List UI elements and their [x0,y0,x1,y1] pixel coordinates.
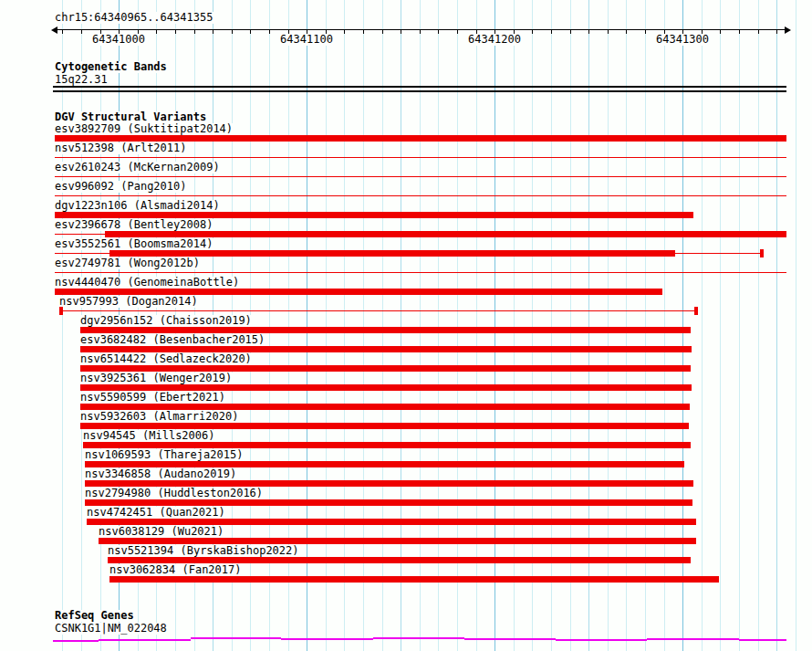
dgv-variant-label[interactable]: nsv957993 (Dogan2014) [58,296,199,308]
dgv-variant-bar[interactable] [55,289,662,295]
gridline [551,0,552,651]
dgv-variant-label[interactable]: esv996092 (Pang2010) [54,181,188,193]
gridline [664,0,665,651]
ruler-line [55,29,786,30]
dgv-variant-endpoint[interactable] [694,307,698,315]
dgv-variant-bar[interactable] [80,404,690,410]
gridline [382,0,383,651]
dgv-variant-label[interactable]: esv3892709 (Suktitipat2014) [54,123,234,135]
dgv-variant-label[interactable]: nsv94545 (Mills2006) [82,430,216,442]
dgv-variant-bar[interactable] [59,310,697,311]
gridline [514,0,515,651]
gridline [401,0,401,651]
dgv-variant-label[interactable]: nsv3346858 (Audano2019) [84,468,237,480]
dgv-variant-bar[interactable] [55,272,786,273]
refseq-gene-line-segment[interactable] [739,639,786,641]
refseq-gene-line-segment[interactable] [191,637,281,639]
dgv-variant-label[interactable]: esv2396678 (Bentley2008) [54,219,213,231]
dgv-variant-label[interactable]: nsv512398 (Arlt2011) [54,142,188,154]
ruler-tick [81,30,82,34]
gridline [796,0,796,651]
ruler-tick [401,30,401,34]
gridline [363,0,364,651]
gridline [758,0,759,651]
refseq-gene-line-segment[interactable] [373,637,464,639]
dgv-variant-bar[interactable] [80,384,692,391]
dgv-variant-bar[interactable] [83,442,691,448]
gridline [307,0,307,651]
dgv-variant-label[interactable]: nsv5590599 (Ebert2021) [79,392,226,404]
ruler-tick [232,30,233,34]
dgv-variant-bar[interactable] [80,365,691,372]
dgv-variant-label[interactable]: nsv6038129 (Wu2021) [98,526,224,538]
dgv-variant-bar[interactable] [55,176,786,177]
dgv-variant-label[interactable]: nsv5932603 (Almarri2020) [79,411,239,423]
dgv-variant-label[interactable]: nsv3925361 (Wenger2019) [79,373,233,384]
dgv-variant-bar[interactable] [87,519,696,525]
dgv-variant-label[interactable]: esv2610243 (McKernan2009) [54,162,221,173]
refseq-gene-line-segment[interactable] [99,639,191,641]
dgv-variant-label[interactable]: dgv2956n152 (Chaisson2019) [79,315,253,327]
dgv-variant-label[interactable]: nsv5521394 (ByrskaBishop2022) [107,545,300,557]
dgv-variant-label[interactable]: nsv6514422 (Sedlazeck2020) [79,353,253,365]
cytoband-box[interactable] [53,86,786,92]
dgv-variant-label[interactable]: esv2749781 (Wong2012b) [54,257,201,269]
gridline [326,0,327,651]
dgv-variant-bar[interactable] [55,195,786,196]
refseq-gene-label[interactable]: CSNK1G1|NM_022048 [54,623,168,635]
refseq-gene-line-segment[interactable] [281,638,373,640]
gridline [532,0,533,651]
ruler-tick [758,30,759,34]
ruler-tick [213,30,213,34]
dgv-variant-label[interactable]: nsv4440470 (GenomeinaBottle) [54,277,240,289]
dgv-variant-bar[interactable] [80,346,692,352]
gridline [438,0,439,651]
dgv-variant-bar[interactable] [80,423,689,429]
dgv-variant-label[interactable]: nsv4742451 (Quan2021) [86,507,226,519]
dgv-variant-bar[interactable] [55,135,786,142]
gridline [645,0,646,651]
refseq-gene-line-segment[interactable] [647,638,739,640]
dgv-variant-bar[interactable] [55,234,105,235]
dgv-variant-label[interactable]: nsv3062834 (Fan2017) [109,564,243,576]
dgv-variant-bar[interactable] [108,557,691,563]
ruler-tick [457,30,458,34]
cytoband-label[interactable]: 15q22.31 [54,74,109,86]
ruler-tick [739,30,740,34]
dgv-variant-bar[interactable] [55,212,693,218]
gridline [702,0,703,651]
dgv-variant-bar[interactable] [55,253,109,254]
ruler-tick-label: 64341300 [655,34,710,46]
dgv-variant-bar[interactable] [55,157,786,158]
refseq-gene-line-segment[interactable] [464,638,556,640]
ruler-tick [175,30,176,34]
dgv-variant-endpoint[interactable] [760,249,764,257]
dgv-variant-label[interactable]: esv3552561 (Boomsma2014) [54,238,213,250]
ruler-left-arrow-icon [51,26,57,34]
dgv-variant-bar[interactable] [109,576,719,583]
dgv-variant-bar[interactable] [675,253,761,254]
dgv-variant-bar[interactable] [105,231,786,237]
ruler-tick [156,30,157,34]
refseq-gene-line-segment[interactable] [53,640,99,642]
dgv-variant-bar[interactable] [99,538,696,544]
dgv-variant-bar[interactable] [80,327,691,333]
gridline [344,0,345,651]
cytogenetic-bands-title: Cytogenetic Bands [54,61,168,73]
gridline [720,0,721,651]
dgv-variant-label[interactable]: nsv2794980 (Huddleston2016) [84,488,264,499]
dgv-variant-label[interactable]: dgv1223n106 (Alsmadi2014) [54,200,221,212]
ruler-tick [420,30,421,34]
dgv-variant-bar[interactable] [85,461,684,467]
gridline [682,0,683,651]
ruler-tick [608,30,609,34]
dgv-variant-label[interactable]: esv3682482 (Besenbacher2015) [79,334,265,346]
refseq-gene-line-segment[interactable] [556,639,647,641]
dgv-variant-label[interactable]: nsv1069593 (Thareja2015) [84,449,244,461]
dgv-variant-bar[interactable] [109,250,675,257]
dgv-variant-bar[interactable] [85,499,692,506]
dgv-variant-bar[interactable] [85,480,693,487]
ruler-right-arrow-icon [785,26,791,34]
gridline [776,0,777,651]
ruler-tick [588,30,589,34]
